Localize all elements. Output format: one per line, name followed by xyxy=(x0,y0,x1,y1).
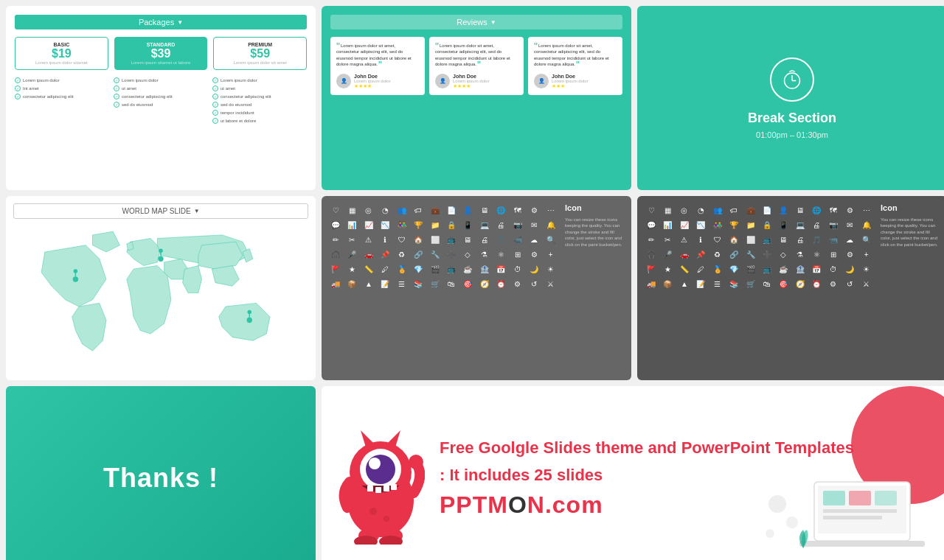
icon-recycle-d: ♻ xyxy=(711,248,724,261)
feature-item: tempor incididunt xyxy=(212,110,307,116)
icon-bank-d: 🏦 xyxy=(794,262,807,276)
reviews-grid: Lorem ipsum dolor sit amet, consectetur … xyxy=(330,37,622,95)
feature-col-3: Lorem ipsum dolor ut amet consectetur ad… xyxy=(212,77,307,126)
icon-flask: ⚗ xyxy=(478,248,491,261)
monster-svg xyxy=(336,419,425,545)
icon-tv-d: 📺 xyxy=(760,233,774,246)
svg-point-40 xyxy=(786,517,798,528)
icon-cloud-d: ☁ xyxy=(843,233,856,246)
icon-car-d: 🚗 xyxy=(678,248,691,261)
icon-gear2: ⚙ xyxy=(511,277,524,290)
check-icon xyxy=(114,77,119,83)
icon-badge: 🏅 xyxy=(395,262,409,276)
icon-flag-d: 🚩 xyxy=(645,262,658,276)
icon-medical: ➕ xyxy=(445,248,458,261)
pkg-basic-name: BASIC xyxy=(20,42,103,47)
icon-tri-d: ▲ xyxy=(678,277,691,290)
icon-heart: ♡ xyxy=(329,203,342,217)
icon-book-d: 📚 xyxy=(727,277,740,290)
icon-time: ⏰ xyxy=(494,277,507,290)
icon-info: ℹ xyxy=(378,233,392,246)
icon-video-d: 📹 xyxy=(827,233,840,246)
icon-grid-d: ▦ xyxy=(661,203,674,217)
icon-target2-d: 🎯 xyxy=(777,277,790,290)
icon-ruler: 📏 xyxy=(362,262,375,276)
pkg-standard-price: $39 xyxy=(119,47,203,60)
icon-gem: 💎 xyxy=(412,262,425,276)
icon-tv2-d: 📺 xyxy=(760,262,774,276)
icon-truck-d: 🚚 xyxy=(645,277,658,290)
icon-rotate: ↺ xyxy=(527,277,541,290)
svg-rect-38 xyxy=(823,516,882,519)
icon-tag-d: 🏷 xyxy=(727,203,740,217)
svg-point-8 xyxy=(159,248,163,253)
icon-moon: 🌙 xyxy=(527,262,541,276)
icon-lock: 🔒 xyxy=(445,218,458,231)
icon-users: 👥 xyxy=(395,203,409,217)
reviews-header: Reviews ▼ xyxy=(330,15,622,29)
svg-point-3 xyxy=(73,276,78,281)
feature-item: ut amet xyxy=(212,85,307,91)
icon-laptop: 💻 xyxy=(478,218,491,231)
svg-rect-18 xyxy=(375,487,381,493)
icon-car: 🚗 xyxy=(362,248,375,261)
svg-point-15 xyxy=(366,455,395,484)
icon-search: 🔍 xyxy=(544,233,558,246)
icon-sidebar-title-light: Icon xyxy=(565,203,624,212)
icon-sword: ⚔ xyxy=(544,277,558,290)
icon-sidebar-text-light: You can resize these icons keeping the q… xyxy=(565,217,624,248)
icon-medical-d: ➕ xyxy=(760,248,774,261)
slide-icons-light: ♡ ▦ ◎ ◔ 👥 🏷 💼 📄 👤 🖥 🌐 🗺 ⚙ ⋯ 💬 xyxy=(322,196,631,380)
check-icon xyxy=(15,85,21,91)
packages-features: Lorem ipsum dolor Int amet consectetur a… xyxy=(15,77,307,126)
icon-tablet: ⬜ xyxy=(428,233,442,246)
icon-settings-d: ⚙ xyxy=(843,203,856,217)
icon-tri: ▲ xyxy=(362,277,375,290)
icons-main-dark: ♡ ▦ ◎ ◔ 👥 🏷 💼 📄 👤 🖥 🌐 🗺 ⚙ ⋯ 💬 📊 xyxy=(645,203,875,290)
icon-sidebar-dark: Icon You can resize these icons keeping … xyxy=(881,203,940,290)
icons-layout-dark: ♡ ▦ ◎ ◔ 👥 🏷 💼 📄 👤 🖥 🌐 🗺 ⚙ ⋯ 💬 📊 xyxy=(645,203,940,290)
icon-music: 🎵 xyxy=(494,233,507,246)
icon-mic: 🎤 xyxy=(345,248,358,261)
icon-more-d: ⋯ xyxy=(860,203,873,217)
feature-item: consectetur adipiscing elit xyxy=(212,94,307,99)
icon-more: ⋯ xyxy=(544,203,558,217)
icon-briefcase-d: 💼 xyxy=(744,203,757,217)
icon-sword-d: ⚔ xyxy=(860,277,873,290)
feature-item: sed do eiusmod xyxy=(212,102,307,108)
icon-moon-d: 🌙 xyxy=(843,262,856,276)
icons-grid-dark: ♡ ▦ ◎ ◔ 👥 🏷 💼 📄 👤 🖥 🌐 🗺 ⚙ ⋯ 💬 📊 xyxy=(645,203,875,290)
svg-rect-20 xyxy=(391,484,397,490)
pkg-premium-price: $59 xyxy=(218,47,302,60)
icon-rotate-d: ↺ xyxy=(843,277,856,290)
reviews-arrow-icon: ▼ xyxy=(490,19,496,26)
icon-film-d: 🎬 xyxy=(744,262,757,276)
icon-print: 🖨 xyxy=(478,233,491,246)
pkg-premium-desc: Lorem ipsum dolor sit amet xyxy=(218,60,302,65)
icon-cog-d: ⚙ xyxy=(843,248,856,261)
icon-atom: ⚛ xyxy=(494,248,507,261)
packages-title: Packages xyxy=(139,18,174,27)
feature-col-2: Lorem ipsum dolor ut amet consectetur ad… xyxy=(114,77,208,126)
icon-settings: ⚙ xyxy=(527,203,541,217)
slide-map: WORLD MAP SLIDE ▼ xyxy=(6,196,316,380)
icon-badge-d: 🏅 xyxy=(711,262,724,276)
icon-warning-d: ⚠ xyxy=(678,233,691,246)
icon-diamond: ◇ xyxy=(461,248,474,261)
icon-mail-d: ✉ xyxy=(843,218,856,231)
icon-heart-d: ♡ xyxy=(645,203,658,217)
icon-user-d: 👤 xyxy=(777,203,790,217)
slide-icons-dark: ♡ ▦ ◎ ◔ 👥 🏷 💼 📄 👤 🖥 🌐 🗺 ⚙ ⋯ 💬 📊 xyxy=(637,196,944,380)
icon-group-d: 👫 xyxy=(711,218,724,231)
icon-book: 📚 xyxy=(412,277,425,290)
icon-pen-d: 🖊 xyxy=(694,262,707,276)
slide-thanks: Thanks ! xyxy=(6,386,316,560)
check-icon xyxy=(212,118,218,124)
icon-document-d: 📄 xyxy=(760,203,774,217)
svg-rect-17 xyxy=(367,486,373,491)
icon-document: 📄 xyxy=(445,203,458,217)
icon-shield-d: 🛡 xyxy=(711,233,724,246)
icon-home: 🏠 xyxy=(412,233,425,246)
slide-reviews: Reviews ▼ Lorem ipsum dolor sit amet, co… xyxy=(322,6,631,190)
icon-pen: 🖊 xyxy=(378,262,392,276)
